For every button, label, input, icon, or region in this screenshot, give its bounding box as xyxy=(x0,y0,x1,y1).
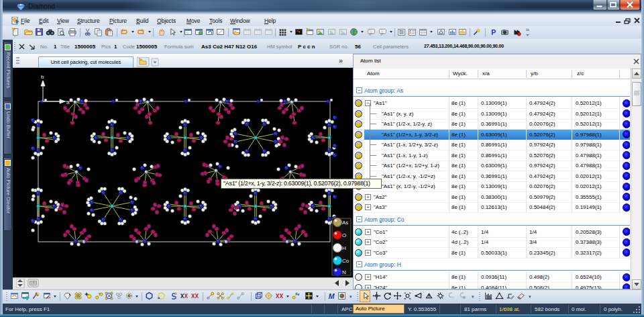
svg-text:P: P xyxy=(491,28,496,36)
svg-text:As: As xyxy=(342,220,348,226)
svg-text:H: H xyxy=(342,245,346,251)
svg-text:M: M xyxy=(329,292,335,300)
svg-text:b: b xyxy=(41,74,44,80)
svg-text:N: N xyxy=(342,269,346,275)
svg-text:Fe: Fe xyxy=(296,293,300,296)
svg-text:Co: Co xyxy=(342,258,350,264)
svg-text:?: ? xyxy=(98,292,101,297)
svg-text:O: O xyxy=(342,232,346,238)
svg-text:a: a xyxy=(66,99,70,105)
